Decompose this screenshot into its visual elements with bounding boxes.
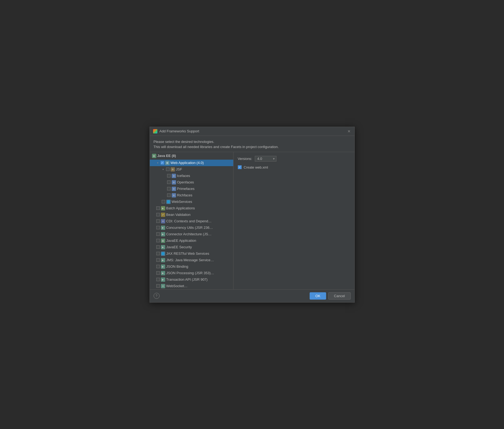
label-json-processing: JSON Processing (JSR 353)… [166,271,214,275]
label-websocket: WebSocket… [166,284,188,288]
label-jsf: JSF [176,167,182,171]
create-webxml-label: Create web.xml [244,165,268,169]
tree-item-jsf[interactable]: ▾ ⊕ JSF [150,166,233,173]
tree-item-json-binding[interactable]: ▶ JSON Binding [150,263,233,270]
chevron-web-application: ▾ [156,161,160,165]
openfaces-icon: ⊕ [172,180,176,185]
tree-item-connector[interactable]: ▶ Connector Architecture (JS… [150,231,233,237]
label-openfaces: Openfaces [177,180,194,184]
checkbox-primefaces[interactable] [167,187,171,190]
dialog-title: Add Frameworks Support [160,129,345,133]
webservices-icon: 🌐 [166,200,171,204]
json-processing-icon: ▶ [161,271,165,275]
web-application-icon: ⊞ [165,161,170,165]
checkbox-openfaces[interactable] [167,180,171,184]
javaee-security-icon: ▶ [161,245,165,249]
checkbox-jms[interactable] [156,258,160,262]
right-panel: Versions: 4.0 3.1 3.0 2.5 Create web.xml [234,152,354,289]
checkbox-richfaces[interactable] [167,193,171,197]
help-button[interactable]: ? [154,293,160,299]
checkbox-connector[interactable] [156,232,160,236]
tree-item-jms[interactable]: ▶ JMS: Java Message Service… [150,257,233,263]
jax-icon: 🌐 [161,252,165,256]
checkbox-cdi[interactable] [156,219,160,223]
connector-icon: ▶ [161,232,165,236]
tree-item-primefaces[interactable]: ⊕ Primefaces [150,186,233,192]
checkbox-javaee-app[interactable] [156,239,160,242]
description-line2: This will download all needed libraries … [154,144,351,150]
add-frameworks-dialog: Add Frameworks Support ✕ Please select t… [150,127,355,303]
versions-select-wrapper[interactable]: 4.0 3.1 3.0 2.5 [255,156,276,162]
label-primefaces: Primefaces [177,187,195,191]
title-bar: Add Frameworks Support ✕ [150,127,354,136]
label-javaee-security: JavaEE Security [166,245,192,249]
checkbox-transaction[interactable] [156,278,160,281]
bean-icon: ✔ [161,213,165,217]
label-richfaces: Richfaces [177,193,192,197]
tree-item-batch-applications[interactable]: ▶ Batch Applications [150,205,233,212]
checkbox-jsf[interactable] [166,167,170,171]
label-concurrency: Concurrency Utils (JSR 236… [166,226,213,230]
jms-icon: ▶ [161,258,165,262]
batch-icon: ▶ [161,206,165,210]
tree-item-jax-restful[interactable]: 🌐 JAX RESTful Web Services [150,250,233,257]
tree-item-icefaces[interactable]: ⊕ Icefaces [150,173,233,179]
label-cdi: CDI: Contexts and Depend… [166,219,212,223]
checkbox-batch-applications[interactable] [156,206,160,210]
tree-item-websocket[interactable]: ⊛ WebSocket… [150,283,233,289]
tree-item-cdi[interactable]: ⊛ CDI: Contexts and Depend… [150,218,233,224]
tree-item-javaee-security[interactable]: ▶ JavaEE Security [150,244,233,250]
cancel-button[interactable]: Cancel [328,292,350,300]
checkbox-icefaces[interactable] [167,174,171,177]
tree-item-json-processing[interactable]: ▶ JSON Processing (JSR 353)… [150,270,233,276]
content-area: ▦ Java EE (8) ▾ ⊞ Web Application (4.0) … [150,152,354,289]
tree-item-webservices[interactable]: 🌐 WebServices [150,199,233,205]
left-panel[interactable]: ▦ Java EE (8) ▾ ⊞ Web Application (4.0) … [150,152,234,289]
label-jax-restful: JAX RESTful Web Services [166,252,209,256]
chevron-jsf: ▾ [162,168,165,171]
checkbox-websocket[interactable] [156,284,160,288]
checkbox-webservices[interactable] [162,200,165,203]
checkbox-javaee-security[interactable] [156,245,160,249]
versions-select[interactable]: 4.0 3.1 3.0 2.5 [255,156,276,162]
tree-item-javaee-app[interactable]: ▦ JavaEE Application [150,237,233,244]
checkbox-json-binding[interactable] [156,265,160,268]
create-webxml-row[interactable]: Create web.xml [238,165,350,169]
javaee-group-icon: ▦ [152,154,156,158]
primefaces-icon: ⊕ [172,187,176,191]
tree-item-openfaces[interactable]: ⊕ Openfaces [150,179,233,186]
label-icefaces: Icefaces [177,174,190,178]
jsf-icon: ⊕ [171,167,175,172]
label-batch-applications: Batch Applications [166,206,195,210]
checkbox-web-application[interactable] [161,161,164,165]
close-button[interactable]: ✕ [347,129,351,133]
checkbox-bean-validation[interactable] [156,213,160,216]
label-connector: Connector Architecture (JS… [166,232,212,236]
tree-item-richfaces[interactable]: ⊕ Richfaces [150,192,233,199]
concurrency-icon: ▶ [161,226,165,230]
group-header-javaee[interactable]: ▦ Java EE (8) [150,152,233,160]
bottom-bar: ? OK Cancel [150,289,354,302]
label-bean-validation: Bean Validation [166,213,191,217]
app-icon [153,129,157,133]
label-javaee-app: JavaEE Application [166,239,196,243]
tree-item-concurrency[interactable]: ▶ Concurrency Utils (JSR 236… [150,224,233,231]
cdi-icon: ⊛ [161,219,165,223]
tree-item-bean-validation[interactable]: ✔ Bean Validation [150,212,233,218]
create-webxml-checkbox[interactable] [238,165,242,169]
checkbox-jax-restful[interactable] [156,252,160,255]
label-jms: JMS: Java Message Service… [166,258,214,262]
icefaces-icon: ⊕ [172,174,176,178]
versions-label: Versions: [238,157,252,161]
label-web-application: Web Application (4.0) [171,161,204,165]
json-binding-icon: ▶ [161,264,165,269]
ok-button[interactable]: OK [310,292,326,300]
tree-item-web-application[interactable]: ▾ ⊞ Web Application (4.0) [150,160,233,166]
label-webservices: WebServices [172,200,192,204]
group-label-javaee: Java EE (8) [157,154,176,158]
websocket-icon: ⊛ [161,284,165,288]
javaee-app-icon: ▦ [161,239,165,243]
checkbox-json-processing[interactable] [156,271,160,275]
tree-item-transaction[interactable]: ▶ Transaction API (JSR 907) [150,276,233,283]
checkbox-concurrency[interactable] [156,226,160,229]
